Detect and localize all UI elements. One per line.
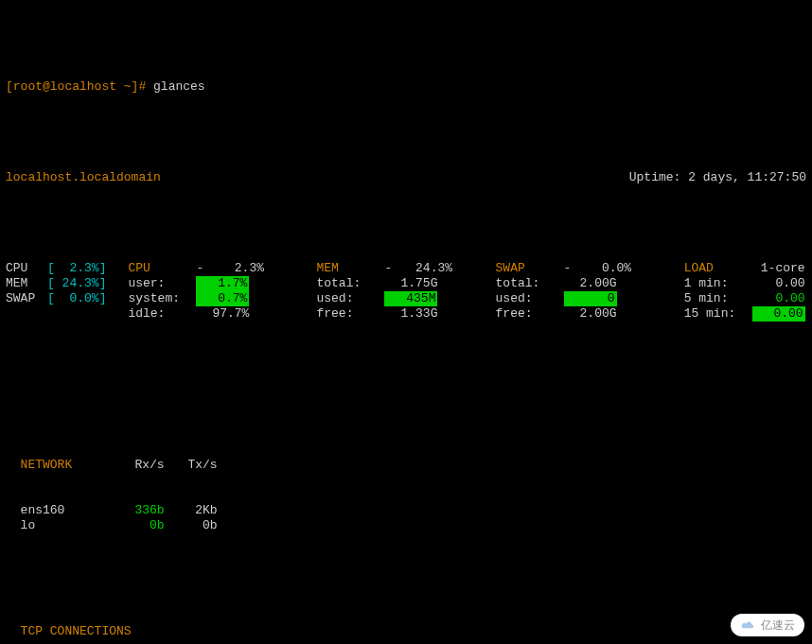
mem-used-k: used: [316, 291, 384, 306]
load-5-v: 0.00 [752, 291, 805, 306]
tcp-title: TCP CONNECTIONS [21, 624, 132, 639]
iface-name: ens160 [21, 503, 112, 518]
command: glances [153, 79, 205, 95]
swap-total-v: 2.00G [564, 276, 617, 291]
network-title: NETWORK [21, 458, 112, 473]
swap-free-v: 2.00G [564, 306, 617, 322]
cpu-bar-label: CPU [6, 261, 47, 276]
load-5-k: 5 min: [684, 291, 752, 306]
swap-used-v: 0 [564, 291, 617, 306]
header-line: localhost.localdomain Uptime: 2 days, 11… [6, 170, 806, 185]
iface-tx: 2Kb [165, 503, 218, 518]
uptime-value: 2 days, 11:27:50 [688, 170, 806, 185]
swap-overall: 0.0% [578, 261, 631, 276]
cpu-sys-v: 0.7% [196, 291, 249, 306]
cpu-title: CPU [128, 261, 196, 276]
swap-total-k: total: [496, 276, 564, 291]
iface-name: lo [21, 518, 112, 533]
mem-total-v: 1.75G [384, 276, 437, 291]
shell-prompt: [root@localhost ~]# [6, 79, 153, 95]
load-15-v: 0.00 [752, 306, 805, 322]
load-15-k: 15 min: [684, 306, 752, 322]
load-cores: 1-core [752, 261, 805, 276]
swap-free-k: free: [496, 306, 564, 322]
swap-used-k: used: [496, 291, 564, 306]
left-panels: NETWORKRx/sTx/s ens160336b2Kblo0b0b TCP … [21, 412, 223, 644]
cpu-idle-k: idle: [128, 306, 196, 322]
cpu-bar-val: 2.3% [69, 261, 98, 276]
load-1-k: 1 min: [684, 276, 752, 291]
iface-rx: 0b [112, 518, 165, 533]
swap-bar-val: 0.0% [69, 291, 98, 306]
watermark-text: 亿速云 [761, 618, 795, 633]
watermark-badge: 亿速云 [731, 614, 804, 636]
load-1-v: 0.00 [752, 276, 805, 291]
cloud-icon [740, 620, 755, 630]
rx-header: Rx/s [112, 458, 165, 473]
swap-title: SWAP [496, 261, 564, 276]
mem-title: MEM [316, 261, 384, 276]
cpu-user-k: user: [128, 276, 196, 291]
swap-bar-label: SWAP [6, 291, 47, 306]
cpu-overall: 2.3% [211, 261, 264, 276]
mem-free-v: 1.33G [384, 306, 437, 322]
mem-overall: 24.3% [399, 261, 452, 276]
tx-header: Tx/s [165, 458, 218, 473]
network-row: ens160336b2Kb [21, 503, 223, 518]
iface-rx: 336b [112, 503, 165, 518]
iface-tx: 0b [165, 518, 218, 533]
cpu-sys-k: system: [128, 291, 196, 306]
stats-overview: CPU[ 2.3%] MEM[ 24.3%] SWAP[ 0.0%] CPU- … [6, 261, 806, 322]
cpu-idle-v: 97.7% [196, 306, 249, 322]
network-row: lo0b0b [21, 518, 223, 533]
mem-bar-label: MEM [6, 276, 47, 291]
hostname: localhost.localdomain [6, 170, 629, 185]
load-title: LOAD [684, 261, 752, 276]
cpu-user-v: 1.7% [196, 276, 249, 291]
uptime-label: Uptime: [629, 170, 688, 185]
mem-free-k: free: [316, 306, 384, 322]
mem-used-v: 435M [384, 291, 437, 306]
mem-bar-val: 24.3% [62, 276, 99, 291]
prompt-line: [root@localhost ~]# glances [6, 79, 806, 95]
mem-total-k: total: [316, 276, 384, 291]
